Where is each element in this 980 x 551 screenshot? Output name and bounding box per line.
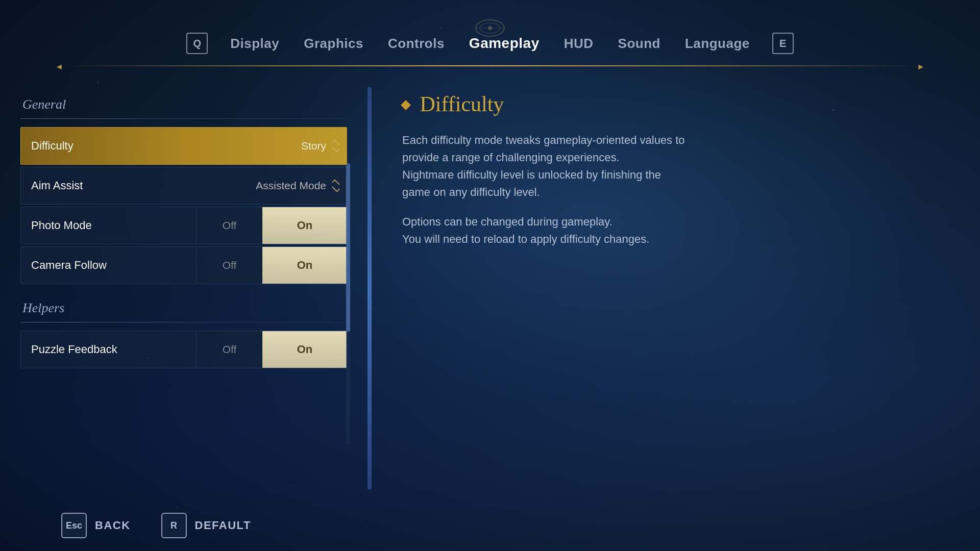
back-action[interactable]: Esc BACK [61,513,131,538]
back-label: BACK [95,519,131,532]
nav-tabs: Q Display Graphics Controls Gameplay HUD… [186,31,793,56]
tab-controls[interactable]: Controls [386,32,447,56]
setting-row-aim-assist[interactable]: Aim Assist Assisted Mode [20,167,347,205]
default-key-badge: R [161,513,187,538]
toggle-off-puzzle-feedback[interactable]: Off [196,331,262,368]
tab-language[interactable]: Language [683,32,752,56]
scroll-bar[interactable] [346,163,350,444]
default-action[interactable]: R DEFAULT [161,513,251,538]
default-label: DEFAULT [195,519,251,532]
section-divider-general [20,118,347,119]
tab-display[interactable]: Display [228,32,281,56]
toggle-label-section-puzzle-feedback: Puzzle Feedback [21,331,196,368]
toggle-label-puzzle-feedback: Puzzle Feedback [31,343,117,356]
toggle-label-section-photo-mode: Photo Mode [21,207,196,244]
toggle-label-section-camera-follow: Camera Follow [21,247,196,284]
toggle-row-puzzle-feedback[interactable]: Puzzle Feedback Off On [20,331,347,368]
toggle-off-camera-follow[interactable]: Off [196,247,262,284]
chevron-icons-difficulty [332,141,339,151]
section-label-helpers: Helpers [20,300,347,316]
toggle-on-puzzle-feedback[interactable]: On [262,331,347,368]
tab-hud[interactable]: HUD [562,32,596,56]
setting-value-difficulty: Story [301,140,347,152]
detail-text-2: Options can be changed during gameplay.Y… [402,213,688,248]
detail-title: Difficulty [402,92,949,116]
scroll-thumb [346,163,350,332]
toggle-label-camera-follow: Camera Follow [31,259,107,272]
main-content: General Difficulty Story Aim Assist Assi… [0,77,980,500]
tab-gameplay[interactable]: Gameplay [467,31,542,56]
nav-divider-line [61,65,919,66]
detail-diamond-icon [401,100,411,110]
bottom-bar: Esc BACK R DEFAULT [0,500,980,551]
toggle-row-photo-mode[interactable]: Photo Mode Off On [20,207,347,244]
chevron-icons-aim-assist [332,181,339,190]
top-nav: Q Display Graphics Controls Gameplay HUD… [0,0,980,71]
setting-label-aim-assist: Aim Assist [21,179,256,192]
nav-key-right-label: E [779,38,786,49]
section-label-general: General [20,97,347,112]
back-key-badge: Esc [61,513,87,538]
tab-sound[interactable]: Sound [616,32,663,56]
toggle-on-camera-follow[interactable]: On [262,247,347,284]
nav-arrow-right: ► [917,62,925,71]
detail-description: Each difficulty mode tweaks gameplay-ori… [402,132,688,248]
section-divider-helpers [20,322,347,322]
nav-arrow-left: ◄ [55,62,63,71]
right-panel: Difficulty Each difficulty mode tweaks g… [372,77,980,500]
detail-text-1: Each difficulty mode tweaks gameplay-ori… [402,132,688,201]
setting-label-difficulty: Difficulty [21,139,301,153]
nav-key-right[interactable]: E [772,33,794,54]
vertical-divider [368,87,372,490]
nav-key-left[interactable]: Q [186,33,208,54]
toggle-row-camera-follow[interactable]: Camera Follow Off On [20,246,347,284]
toggle-on-photo-mode[interactable]: On [262,207,347,244]
toggle-label-photo-mode: Photo Mode [31,219,92,232]
nav-key-left-label: Q [193,38,201,49]
setting-row-difficulty[interactable]: Difficulty Story [20,127,347,165]
left-panel: General Difficulty Story Aim Assist Assi… [0,77,368,500]
toggle-off-photo-mode[interactable]: Off [196,207,262,244]
tab-graphics[interactable]: Graphics [302,32,365,56]
